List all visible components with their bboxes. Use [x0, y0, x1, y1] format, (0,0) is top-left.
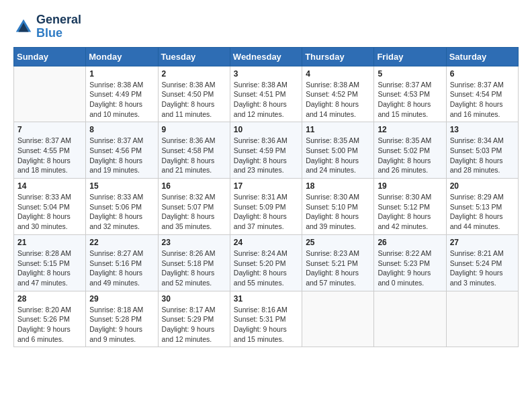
day-info: Sunrise: 8:36 AMSunset: 4:58 PMDaylight:… [162, 136, 226, 175]
day-info: Sunrise: 8:26 AMSunset: 5:18 PMDaylight:… [162, 248, 226, 288]
column-header-wednesday: Wednesday [230, 47, 302, 66]
day-info: Sunrise: 8:16 AMSunset: 5:31 PMDaylight:… [234, 305, 298, 345]
calendar-cell: 14 Sunrise: 8:33 AMSunset: 5:04 PMDaylig… [14, 179, 86, 235]
calendar-cell: 5 Sunrise: 8:37 AMSunset: 4:53 PMDayligh… [374, 66, 446, 122]
day-info: Sunrise: 8:29 AMSunset: 5:13 PMDaylight:… [450, 192, 515, 232]
calendar-cell: 24 Sunrise: 8:24 AMSunset: 5:20 PMDaylig… [230, 234, 302, 291]
day-number: 28 [17, 294, 82, 304]
calendar-cell: 13 Sunrise: 8:34 AMSunset: 5:03 PMDaylig… [446, 122, 518, 179]
day-info: Sunrise: 8:17 AMSunset: 5:29 PMDaylight:… [162, 305, 226, 345]
logo: General Blue [13, 13, 81, 40]
calendar-cell: 27 Sunrise: 8:21 AMSunset: 5:24 PMDaylig… [446, 234, 518, 291]
day-info: Sunrise: 8:38 AMSunset: 4:49 PMDaylight:… [89, 80, 154, 120]
column-header-saturday: Saturday [446, 47, 518, 66]
calendar-cell: 18 Sunrise: 8:30 AMSunset: 5:10 PMDaylig… [302, 179, 374, 235]
day-info: Sunrise: 8:33 AMSunset: 5:06 PMDaylight:… [89, 192, 154, 232]
day-info: Sunrise: 8:20 AMSunset: 5:26 PMDaylight:… [17, 305, 82, 345]
day-number: 6 [450, 69, 515, 79]
calendar-cell: 26 Sunrise: 8:22 AMSunset: 5:23 PMDaylig… [374, 234, 446, 291]
calendar-cell: 16 Sunrise: 8:32 AMSunset: 5:07 PMDaylig… [158, 179, 230, 235]
calendar-table: SundayMondayTuesdayWednesdayThursdayFrid… [13, 47, 519, 348]
day-number: 10 [234, 125, 298, 134]
calendar-cell: 19 Sunrise: 8:30 AMSunset: 5:12 PMDaylig… [374, 179, 446, 235]
calendar-cell: 12 Sunrise: 8:35 AMSunset: 5:02 PMDaylig… [374, 122, 446, 179]
day-info: Sunrise: 8:27 AMSunset: 5:16 PMDaylight:… [89, 248, 154, 288]
calendar-cell: 17 Sunrise: 8:31 AMSunset: 5:09 PMDaylig… [230, 179, 302, 235]
calendar-cell: 23 Sunrise: 8:26 AMSunset: 5:18 PMDaylig… [158, 234, 230, 291]
page-header: General Blue [13, 13, 519, 40]
calendar-cell [374, 291, 446, 347]
day-number: 8 [89, 125, 154, 134]
calendar-cell: 11 Sunrise: 8:35 AMSunset: 5:00 PMDaylig… [302, 122, 374, 179]
calendar-cell: 30 Sunrise: 8:17 AMSunset: 5:29 PMDaylig… [158, 291, 230, 347]
calendar-cell: 22 Sunrise: 8:27 AMSunset: 5:16 PMDaylig… [86, 234, 158, 291]
calendar-week-1: 1 Sunrise: 8:38 AMSunset: 4:49 PMDayligh… [14, 66, 519, 122]
calendar-cell [302, 291, 374, 347]
calendar-cell: 25 Sunrise: 8:23 AMSunset: 5:21 PMDaylig… [302, 234, 374, 291]
calendar-cell: 2 Sunrise: 8:38 AMSunset: 4:50 PMDayligh… [158, 66, 230, 122]
day-number: 23 [162, 238, 226, 247]
day-number: 24 [234, 238, 298, 247]
calendar-cell [14, 66, 86, 122]
calendar-cell: 28 Sunrise: 8:20 AMSunset: 5:26 PMDaylig… [14, 291, 86, 347]
day-number: 5 [378, 69, 442, 79]
column-header-sunday: Sunday [14, 47, 86, 66]
day-info: Sunrise: 8:34 AMSunset: 5:03 PMDaylight:… [450, 136, 515, 175]
calendar-week-4: 21 Sunrise: 8:28 AMSunset: 5:15 PMDaylig… [14, 234, 519, 291]
day-info: Sunrise: 8:38 AMSunset: 4:52 PMDaylight:… [306, 80, 370, 120]
day-number: 16 [162, 181, 226, 191]
day-number: 19 [378, 181, 442, 191]
day-number: 13 [450, 125, 515, 134]
day-number: 18 [306, 181, 370, 191]
day-number: 14 [17, 181, 82, 191]
column-header-tuesday: Tuesday [158, 47, 230, 66]
calendar-cell: 29 Sunrise: 8:18 AMSunset: 5:28 PMDaylig… [86, 291, 158, 347]
column-header-monday: Monday [86, 47, 158, 66]
calendar-cell: 9 Sunrise: 8:36 AMSunset: 4:58 PMDayligh… [158, 122, 230, 179]
day-number: 21 [17, 238, 82, 247]
day-number: 2 [162, 69, 226, 79]
day-number: 20 [450, 181, 515, 191]
logo-icon [13, 17, 34, 37]
day-info: Sunrise: 8:38 AMSunset: 4:51 PMDaylight:… [234, 80, 298, 120]
day-number: 15 [89, 181, 154, 191]
calendar-cell: 7 Sunrise: 8:37 AMSunset: 4:55 PMDayligh… [14, 122, 86, 179]
day-number: 31 [234, 294, 298, 304]
column-header-thursday: Thursday [302, 47, 374, 66]
calendar-week-2: 7 Sunrise: 8:37 AMSunset: 4:55 PMDayligh… [14, 122, 519, 179]
day-info: Sunrise: 8:22 AMSunset: 5:23 PMDaylight:… [378, 248, 442, 288]
day-info: Sunrise: 8:24 AMSunset: 5:20 PMDaylight:… [234, 248, 298, 288]
calendar-header-row: SundayMondayTuesdayWednesdayThursdayFrid… [14, 47, 519, 66]
logo-text: General Blue [36, 13, 81, 40]
calendar-cell: 1 Sunrise: 8:38 AMSunset: 4:49 PMDayligh… [86, 66, 158, 122]
day-info: Sunrise: 8:35 AMSunset: 5:02 PMDaylight:… [378, 136, 442, 175]
day-info: Sunrise: 8:37 AMSunset: 4:54 PMDaylight:… [450, 80, 515, 120]
day-info: Sunrise: 8:31 AMSunset: 5:09 PMDaylight:… [234, 192, 298, 232]
calendar-cell: 20 Sunrise: 8:29 AMSunset: 5:13 PMDaylig… [446, 179, 518, 235]
day-info: Sunrise: 8:35 AMSunset: 5:00 PMDaylight:… [306, 136, 370, 175]
day-info: Sunrise: 8:30 AMSunset: 5:10 PMDaylight:… [306, 192, 370, 232]
day-info: Sunrise: 8:23 AMSunset: 5:21 PMDaylight:… [306, 248, 370, 288]
calendar-cell: 4 Sunrise: 8:38 AMSunset: 4:52 PMDayligh… [302, 66, 374, 122]
day-number: 4 [306, 69, 370, 79]
calendar-week-5: 28 Sunrise: 8:20 AMSunset: 5:26 PMDaylig… [14, 291, 519, 347]
day-number: 1 [89, 69, 154, 79]
day-info: Sunrise: 8:37 AMSunset: 4:53 PMDaylight:… [378, 80, 442, 120]
day-number: 29 [89, 294, 154, 304]
day-info: Sunrise: 8:33 AMSunset: 5:04 PMDaylight:… [17, 192, 82, 232]
day-number: 27 [450, 238, 515, 247]
day-number: 26 [378, 238, 442, 247]
day-number: 17 [234, 181, 298, 191]
calendar-cell: 15 Sunrise: 8:33 AMSunset: 5:06 PMDaylig… [86, 179, 158, 235]
column-header-friday: Friday [374, 47, 446, 66]
calendar-cell: 21 Sunrise: 8:28 AMSunset: 5:15 PMDaylig… [14, 234, 86, 291]
day-info: Sunrise: 8:37 AMSunset: 4:55 PMDaylight:… [17, 136, 82, 175]
day-number: 12 [378, 125, 442, 134]
day-number: 9 [162, 125, 226, 134]
day-info: Sunrise: 8:36 AMSunset: 4:59 PMDaylight:… [234, 136, 298, 175]
day-info: Sunrise: 8:28 AMSunset: 5:15 PMDaylight:… [17, 248, 82, 288]
calendar-cell: 6 Sunrise: 8:37 AMSunset: 4:54 PMDayligh… [446, 66, 518, 122]
day-info: Sunrise: 8:21 AMSunset: 5:24 PMDaylight:… [450, 248, 515, 288]
day-info: Sunrise: 8:37 AMSunset: 4:56 PMDaylight:… [89, 136, 154, 175]
day-info: Sunrise: 8:30 AMSunset: 5:12 PMDaylight:… [378, 192, 442, 232]
